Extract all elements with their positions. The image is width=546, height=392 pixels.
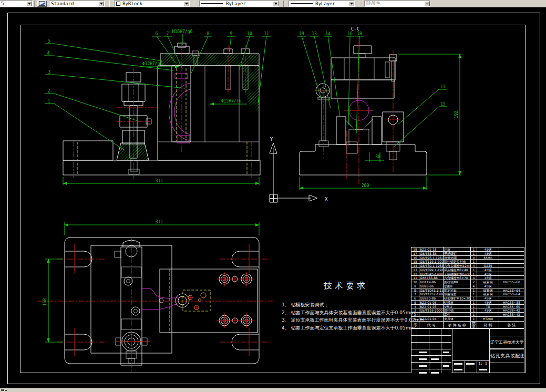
part-name: 圆柱销: [444, 308, 471, 312]
university-name: 辽宁工程技术大学: [490, 336, 524, 349]
part-code: GB119-86: [419, 280, 444, 284]
color-dropdown-arrow[interactable]: [183, 1, 189, 6]
part-material: 碳素钢: [477, 292, 499, 296]
dimstyle-dropdown-arrow[interactable]: [26, 1, 32, 6]
part-qty: 1: [471, 308, 477, 312]
chevron-down-icon: [350, 3, 353, 5]
part-number: 3: [411, 308, 419, 312]
part-code: GB/T68-85: [419, 252, 444, 255]
part-code: BZ2-01-05: [419, 301, 444, 304]
part-name: 钻模板: [444, 301, 471, 304]
revision-signature-grid: [411, 329, 451, 373]
part-qty: 1: [471, 296, 477, 300]
part-name: 开槽螺钉: [444, 252, 471, 255]
part-remark: HRC55~60: [499, 305, 524, 308]
part-remark: [499, 284, 524, 288]
parts-row: 16 GB/T93.1-1987 弹簧垫圈 4 65Mn: [411, 256, 524, 260]
part-material: 45钢: [477, 308, 499, 312]
part-code: GB/T119.1-2000: [419, 260, 444, 263]
part-name: 夹具体: [444, 317, 471, 321]
ucs-y-label: Y: [270, 137, 273, 142]
parts-header-row: 序号 代 号 零 件 名 称 数量 材 料 备 注: [411, 321, 524, 329]
lineweight-value: ByLayer: [315, 1, 335, 6]
part-code: GB5783-86: [419, 276, 444, 280]
linetype-preview-icon: [201, 3, 223, 4]
part-material: 碳素钢: [477, 280, 499, 284]
part-number: 16: [411, 256, 419, 260]
part-qty: 1: [471, 301, 477, 304]
parts-row: 17 GB/T68-85 开槽螺钉 1 45钢: [411, 252, 524, 256]
parts-row: 6 GB920-86 钻套螺钉M10×30 1 45钢: [411, 296, 524, 301]
lineweight-combo[interactable]: ByLayer: [289, 1, 355, 7]
part-remark: [499, 260, 524, 263]
part-code: GB/T30.1-1988: [419, 264, 444, 267]
part-material: Q235: [477, 264, 499, 267]
part-material: 65Mn: [477, 256, 499, 260]
part-name: V形块: [444, 305, 471, 308]
parts-row: 12 GB/T845-1988 十字槽螺钉M6×12 1 45钢: [411, 272, 524, 276]
part-material: 碳素钢: [477, 288, 499, 292]
part-remark: HRC33~38: [499, 301, 524, 304]
part-code: BZ2-01-04: [419, 317, 444, 321]
part-material: 45钢: [477, 301, 499, 304]
part-qty: 4: [471, 256, 477, 260]
thread-label: M16H7/g6: [172, 29, 193, 34]
section-label: C-C: [351, 26, 359, 32]
color-swatch-icon: [116, 2, 120, 6]
part-name: 工件: [444, 313, 471, 316]
text-style-button[interactable]: [37, 1, 47, 7]
part-remark: HRC38~42: [499, 313, 524, 316]
part-number: 6: [411, 296, 419, 300]
tech-requirement-item: 1、 钻模板安装调试；: [275, 301, 416, 309]
part-name: 弹簧垫圈: [444, 256, 471, 260]
chevron-down-icon: [28, 3, 31, 5]
svg-text:8: 8: [207, 32, 210, 36]
svg-text:18: 18: [357, 32, 362, 36]
part-code: [419, 313, 444, 316]
part-number: 10: [411, 280, 419, 284]
part-number: 14: [411, 264, 419, 267]
svg-text:14: 14: [325, 32, 331, 36]
chevron-down-icon: [185, 3, 188, 5]
part-name: 压板: [444, 247, 471, 251]
svg-text:11: 11: [264, 32, 269, 36]
color-control-combo[interactable]: ByBlock: [114, 1, 190, 7]
part-code: GB/T899.1-1988: [419, 268, 444, 272]
part-code: GB93-86: [419, 284, 444, 288]
part-remark: [499, 256, 524, 260]
part-name: 垫圈8: [444, 284, 471, 288]
part-remark: [499, 272, 524, 276]
chevron-down-icon: [100, 3, 103, 5]
part-qty: 1: [471, 292, 477, 296]
text-style-value: Standard: [51, 1, 74, 6]
part-remark: HRC55~60: [499, 280, 524, 284]
side-width-dim: 200: [362, 183, 369, 188]
parts-row: 10 GB119-86 圆柱销Φ8 2 碳素钢 HRC55~60: [411, 280, 524, 284]
part-code: GB/T119-2000: [419, 308, 444, 312]
plotstyle-combo: 随颜色: [364, 1, 430, 7]
parts-row: 9 GB93-86 垫圈8 4 45钢: [411, 284, 524, 288]
part-qty: 1: [471, 260, 477, 263]
ucs-x-label: X: [325, 197, 328, 202]
lineweight-dropdown-arrow[interactable]: [348, 1, 354, 6]
parts-row: 1 BZ2-01-04 夹具体 1 HT200: [411, 317, 524, 321]
linetype-combo[interactable]: ByLayer: [199, 1, 279, 7]
toolbar-separator: [194, 1, 195, 7]
part-qty: 1: [471, 247, 477, 251]
part-number: 18: [411, 247, 419, 251]
svg-text:10: 10: [247, 32, 252, 36]
linetype-dropdown-arrow[interactable]: [273, 1, 279, 6]
part-number: 17: [411, 252, 419, 255]
text-style-combo[interactable]: Standard: [49, 1, 105, 7]
part-number: 8: [411, 288, 419, 292]
part-name: 圆柱销定位衬套: [444, 260, 471, 263]
top-view: 311 168: [37, 220, 273, 373]
tech-requirement-item: 3、 定位支承板工作面对夹具体安装表面平行度误差不大于0.02mm；: [275, 316, 416, 324]
text-style-dropdown-arrow[interactable]: [98, 1, 104, 6]
part-remark: [499, 252, 524, 255]
header-material: 材 料: [477, 322, 499, 329]
part-qty: 4: [471, 264, 477, 267]
part-code: GB/T8045.5-1999: [419, 288, 444, 292]
model-space-canvas[interactable]: 5 4 3 2 1 6 7 8 9 10 11 M16H7/g6 Φ12H7/g…: [0, 7, 546, 388]
dimstyle-combo[interactable]: 5: [0, 1, 33, 7]
